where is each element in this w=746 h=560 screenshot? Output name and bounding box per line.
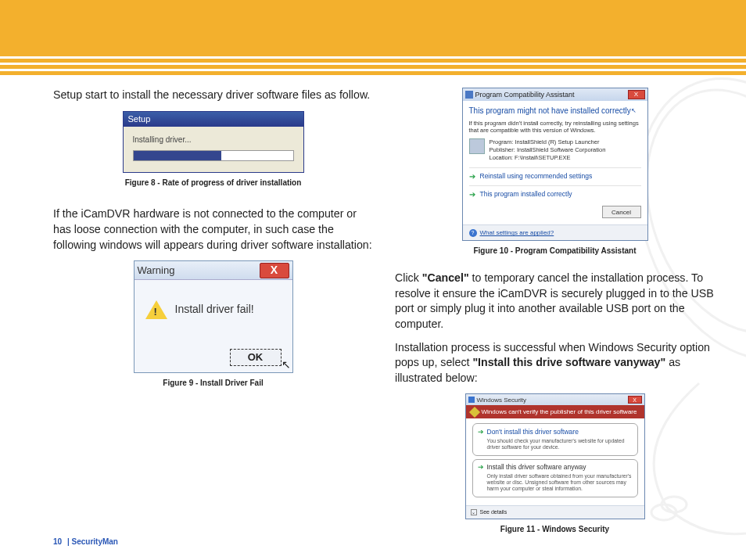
warning-icon	[145, 300, 167, 319]
fig10-publisher: Publisher: InstallShield Software Corpor…	[490, 146, 606, 154]
fig10-dialog: Program Compatibility Assistant X This p…	[462, 88, 648, 241]
fig10-sub: If this program didn't install correctly…	[469, 120, 641, 134]
program-icon	[469, 138, 485, 154]
right-para-2: Installation process is successful when …	[395, 340, 715, 386]
arrow-icon: ➔	[469, 189, 475, 200]
shield-icon	[468, 397, 475, 403]
close-icon[interactable]: X	[628, 396, 642, 404]
arrow-icon: ➔	[478, 427, 484, 436]
cancel-button[interactable]: Cancel	[602, 206, 641, 218]
page-footer: 10 | SecurityMan	[53, 537, 118, 546]
top-banner	[0, 0, 746, 75]
fig8-titlebar: Setup	[124, 112, 303, 127]
cursor-icon: ↖	[282, 357, 291, 372]
right-para-1: Click "Cancel" to temporary cancel the i…	[395, 271, 715, 332]
left-column: Setup start to install the necessary dri…	[53, 88, 373, 529]
fig9-title: Warning	[138, 264, 175, 278]
fig8-dialog: Setup Installing driver...	[123, 111, 304, 173]
fig10-location: Location: F:\Install\SETUP.EXE	[490, 154, 606, 162]
fig10-opt-reinstall[interactable]: ➔ Reinstall using recommended settings	[469, 167, 641, 185]
close-icon[interactable]: X	[260, 263, 289, 278]
fig11-dialog: Windows Security X Windows can't verify …	[465, 393, 645, 519]
fig10-title: Program Compatibility Assistant	[475, 90, 575, 99]
chevron-down-icon[interactable]: ⌄	[471, 509, 477, 515]
fig11-opt-dont-install[interactable]: ➔Don't install this driver software You …	[472, 423, 638, 456]
fig11-title: Windows Security	[477, 396, 527, 404]
fig10-caption: Figure 10 - Program Compatibility Assist…	[395, 246, 715, 257]
fig10-help-link[interactable]: What settings are applied?	[480, 228, 554, 237]
fig9-msg: Install driver fail!	[175, 302, 254, 317]
fig9-dialog: Warning X Install driver fail! OK ↖	[134, 260, 293, 373]
progress-bar	[133, 150, 294, 161]
right-column: Program Compatibility Assistant X This p…	[395, 88, 715, 529]
left-para-1: Setup start to install the necessary dri…	[53, 88, 373, 103]
ok-button[interactable]: OK	[230, 349, 282, 366]
warning-shield-icon	[468, 407, 479, 418]
app-icon	[465, 91, 473, 99]
see-details-link[interactable]: See details	[480, 508, 507, 516]
fig11-opt-install-anyway[interactable]: ➔Install this driver software anyway Onl…	[472, 459, 638, 497]
fig10-opt-installed[interactable]: ➔ This program installed correctly	[469, 185, 641, 203]
fig10-program: Program: InstallShield (R) Setup Launche…	[490, 138, 606, 146]
cursor-icon: ↖	[631, 106, 637, 115]
fig10-heading: This program might not have installed co…	[469, 106, 641, 117]
help-icon: ?	[469, 229, 477, 237]
arrow-icon: ➔	[469, 171, 475, 182]
fig8-caption: Figure 8 - Rate of progress of driver in…	[53, 178, 373, 188]
fig9-caption: Figure 9 - Install Driver Fail	[53, 378, 373, 389]
fig11-caption: Figure 11 - Windows Security	[395, 524, 715, 535]
left-para-2: If the iCamDVR hardware is not connected…	[53, 206, 373, 253]
fig11-redbar: Windows can't verify the publisher of th…	[466, 405, 644, 418]
arrow-icon: ➔	[478, 463, 484, 472]
fig8-label: Installing driver...	[133, 135, 294, 145]
close-icon[interactable]: X	[628, 90, 645, 99]
